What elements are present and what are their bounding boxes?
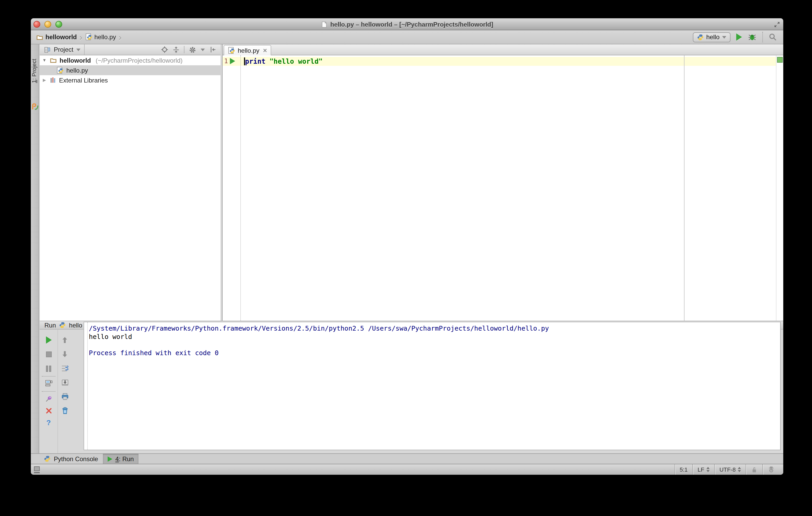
breadcrumb: helloworld › hello.py ›	[31, 33, 122, 41]
python-file-icon	[56, 67, 64, 74]
fullscreen-icon[interactable]	[773, 20, 781, 28]
chevron-down-icon	[722, 36, 726, 38]
readonly-lock-widget[interactable]	[746, 464, 762, 475]
tab-hello-py[interactable]: hello.py ×	[224, 45, 271, 55]
console-gutter-separator	[87, 322, 88, 450]
project-view-selector[interactable]: Project	[40, 44, 85, 55]
tab-label: hello.py	[238, 47, 259, 54]
editor-tab-strip: hello.py ×	[223, 44, 783, 55]
editor-area: hello.py × 1 print"hello world"	[222, 44, 783, 321]
folder-icon	[36, 34, 44, 40]
code-editor[interactable]: 1 print"hello world"	[223, 55, 783, 321]
encoding-widget[interactable]: UTF-8	[714, 464, 746, 475]
console-output: /System/Library/Frameworks/Python.framew…	[89, 324, 778, 357]
run-toolwindow-title: Run	[45, 322, 56, 329]
collapse-all-icon[interactable]	[172, 46, 180, 53]
code-line-1: print"hello world"	[244, 57, 323, 65]
clear-all-button[interactable]	[61, 406, 69, 415]
highlighting-level-widget[interactable]	[762, 464, 780, 475]
project-tree: ▼ helloworld (~/PycharmProjects/hellowor…	[40, 55, 221, 85]
run-toolwindow: Run hello	[40, 321, 783, 453]
tree-item-path: (~/PycharmProjects/helloworld)	[96, 57, 183, 64]
right-margin-guide	[684, 55, 685, 321]
editor-error-stripe[interactable]	[776, 55, 783, 321]
document-icon	[321, 21, 328, 28]
up-stack-trace-button[interactable]	[61, 336, 69, 344]
run-toolbar: ?	[40, 330, 75, 453]
restore-layout-button[interactable]	[45, 378, 53, 387]
toolbar-divider	[57, 330, 58, 453]
console-line	[89, 340, 778, 348]
close-tab-icon[interactable]: ×	[263, 47, 267, 54]
toolbar-separator	[184, 46, 184, 53]
search-icon[interactable]	[768, 33, 777, 41]
tree-row-hello-py[interactable]: hello.py	[40, 65, 221, 75]
python-icon	[59, 322, 66, 329]
python-file-icon	[228, 47, 235, 54]
tree-item-name: External Libraries	[59, 77, 108, 84]
expanded-arrow-icon[interactable]: ▼	[42, 58, 47, 63]
toggle-toolwindows-icon[interactable]	[34, 466, 40, 473]
stop-button[interactable]	[45, 350, 53, 358]
collapsed-arrow-icon[interactable]: ▶	[42, 78, 47, 83]
books-icon	[50, 77, 56, 84]
help-button[interactable]: ?	[45, 418, 53, 427]
run-line-icon[interactable]	[230, 58, 235, 64]
rerun-button[interactable]	[45, 336, 53, 344]
toolbar-separator	[42, 376, 55, 376]
scroll-to-end-button[interactable]	[61, 378, 69, 387]
run-toolwindow-button[interactable]: 4: Run	[103, 454, 139, 464]
line-number: 1	[224, 57, 228, 65]
tree-row-project-root[interactable]: ▼ helloworld (~/PycharmProjects/hellowor…	[40, 55, 221, 65]
title-bar[interactable]: hello.py – helloworld – [~/PycharmProjec…	[31, 18, 783, 30]
gear-icon[interactable]	[188, 46, 197, 54]
pycharm-window: hello.py – helloworld – [~/PycharmProjec…	[31, 18, 783, 475]
code-string: "hello world"	[269, 57, 323, 65]
project-panel: Project	[40, 44, 221, 321]
pycharm-logo-icon	[32, 103, 38, 110]
tree-row-external-libraries[interactable]: ▶ External Libraries	[40, 75, 221, 85]
run-tab-name: hello	[69, 322, 82, 329]
breadcrumb-item-file[interactable]: hello.py	[94, 33, 116, 41]
python-console-label: Python Console	[54, 455, 98, 462]
chevron-down-icon	[77, 48, 81, 51]
chevron-down-icon	[201, 48, 205, 51]
inspector-icon	[767, 466, 775, 473]
toolwindow-bar: Python Console 4: Run	[31, 453, 783, 464]
line-separator-widget[interactable]: LF	[692, 464, 714, 475]
navigation-bar: helloworld › hello.py › hello	[31, 30, 783, 44]
code-keyword: print	[245, 57, 265, 65]
debug-button[interactable]	[748, 33, 757, 41]
pause-output-button[interactable]	[45, 365, 53, 373]
project-view-label: Project	[54, 46, 74, 53]
run-console[interactable]: /System/Library/Frameworks/Python.framew…	[84, 322, 781, 450]
console-line: /System/Library/Frameworks/Python.framew…	[89, 324, 778, 332]
tree-item-name: hello.py	[66, 67, 88, 74]
window-title: hello.py – helloworld – [~/PycharmProjec…	[330, 21, 493, 28]
run-configuration-name: hello	[706, 33, 720, 41]
chevron-right-icon: ›	[80, 33, 82, 41]
run-button[interactable]	[736, 33, 742, 41]
close-button[interactable]	[45, 406, 53, 415]
chevron-right-icon: ›	[119, 33, 121, 41]
breadcrumb-item-project[interactable]: helloworld	[46, 33, 77, 41]
hide-panel-icon[interactable]	[209, 46, 216, 53]
down-stack-trace-button[interactable]	[61, 350, 69, 358]
updown-arrows-icon	[706, 467, 709, 472]
unlock-icon	[751, 466, 758, 473]
locate-file-icon[interactable]	[161, 46, 168, 53]
pin-tab-button[interactable]	[45, 394, 53, 403]
toolbar-separator	[762, 32, 763, 42]
print-button[interactable]	[61, 392, 69, 401]
python-console-icon	[44, 455, 51, 462]
gutter-separator	[240, 55, 241, 321]
python-icon	[697, 34, 703, 40]
text-caret	[244, 57, 245, 65]
caret-position-widget[interactable]: 5:1	[674, 464, 692, 475]
soft-wrap-button[interactable]	[61, 364, 69, 372]
project-toolwindow-button[interactable]: 1: Project	[31, 75, 37, 83]
inspection-status-indicator[interactable]	[777, 57, 783, 63]
run-configuration-selector[interactable]: hello	[693, 32, 730, 42]
python-console-button[interactable]: Python Console	[39, 454, 103, 464]
updown-arrows-icon	[738, 467, 741, 472]
